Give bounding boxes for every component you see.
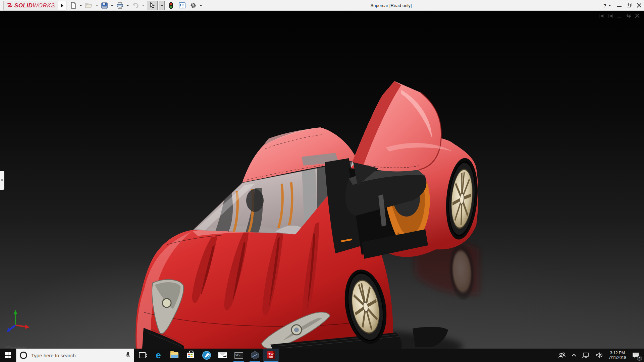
titlebar: SOLIDWORKS xyxy=(0,0,644,11)
display-pane-left-icon[interactable] xyxy=(599,13,604,18)
undo-button[interactable] xyxy=(131,1,140,10)
mail-icon xyxy=(218,352,227,358)
clock-date: 7/11/2018 xyxy=(609,355,627,360)
print-dropdown[interactable] xyxy=(126,5,129,6)
document-title: Supercar [Read-only] xyxy=(371,0,412,11)
chevron-up-icon xyxy=(572,354,576,357)
view-orientation-label: *Dimetric xyxy=(5,345,27,349)
rebuild-stoplight-icon xyxy=(169,2,173,9)
display-settings-button[interactable] xyxy=(178,1,186,10)
rebuild-button[interactable] xyxy=(168,1,174,10)
taskbar-clock[interactable]: 3:12 PM 7/11/2018 xyxy=(606,351,629,360)
help-button[interactable]: ? xyxy=(603,3,606,8)
store-button[interactable] xyxy=(182,349,199,362)
menu-flyout-button[interactable] xyxy=(58,1,66,10)
solidworks-app-icon: SW 2017 xyxy=(267,351,275,359)
search-input[interactable] xyxy=(31,352,122,359)
select-caret-icon xyxy=(161,5,163,6)
new-document-dropdown[interactable] xyxy=(79,5,82,6)
undo-dropdown[interactable] xyxy=(142,5,145,6)
solidworks-logo: SOLIDWORKS xyxy=(3,1,58,10)
open-document-button[interactable] xyxy=(85,1,93,10)
document-window-controls xyxy=(599,13,640,18)
dassault-3ds-logo-icon xyxy=(6,2,13,9)
car-body[interactable] xyxy=(136,81,481,349)
print-button[interactable] xyxy=(116,1,124,10)
undo-icon xyxy=(132,3,139,8)
edge-icon: e xyxy=(156,351,161,360)
solidworks-brand-text: SOLIDWORKS xyxy=(14,2,55,9)
select-tool-button[interactable] xyxy=(147,1,158,10)
solidworks-taskbar-button[interactable]: SW 2017 xyxy=(263,349,279,362)
hexagon-app-icon xyxy=(251,351,259,360)
save-button[interactable] xyxy=(101,1,108,10)
restore-button[interactable] xyxy=(627,3,632,8)
open-document-dropdown[interactable] xyxy=(96,5,98,6)
featuremanager-collapsed-tab[interactable] xyxy=(0,171,4,190)
open-document-icon xyxy=(85,2,93,8)
new-document-icon xyxy=(70,2,76,9)
tools-app-button[interactable] xyxy=(199,349,215,362)
start-button[interactable] xyxy=(0,349,16,362)
edge-button[interactable]: e xyxy=(150,349,166,362)
task-view-button[interactable] xyxy=(134,349,150,362)
hidden-icons-button[interactable] xyxy=(569,349,579,362)
hexagon-app-button[interactable] xyxy=(247,349,263,362)
select-cursor-icon xyxy=(150,2,155,8)
orientation-triad-icon xyxy=(4,308,31,335)
options-gear-icon xyxy=(190,2,197,9)
store-icon xyxy=(187,353,194,358)
people-button[interactable] xyxy=(555,349,569,362)
close-button[interactable] xyxy=(637,3,642,8)
supercar-model[interactable] xyxy=(0,11,644,349)
options-button[interactable] xyxy=(189,1,197,10)
mail-button[interactable] xyxy=(215,349,231,362)
document-restore-button[interactable] xyxy=(626,13,631,18)
taskbar-search[interactable] xyxy=(16,349,134,362)
notification-badge: 3 xyxy=(637,356,642,361)
display-pane-right-icon[interactable] xyxy=(608,13,613,18)
cortana-icon xyxy=(20,352,27,359)
ethernet-network-icon xyxy=(582,352,590,358)
quick-access-toolbar xyxy=(70,0,203,11)
people-icon xyxy=(558,352,566,358)
network-button[interactable] xyxy=(579,349,593,362)
taskbar: e C:\_ SW 2017 xyxy=(0,349,644,362)
command-prompt-button[interactable]: C:\_ xyxy=(231,349,247,362)
solidworks-window: { "titlebar": { "brand_bold": "SOLID", "… xyxy=(0,0,644,362)
document-close-button[interactable] xyxy=(635,13,640,18)
command-prompt-icon: C:\_ xyxy=(234,352,243,359)
file-explorer-button[interactable] xyxy=(166,349,182,362)
clock-time: 3:12 PM xyxy=(610,351,625,355)
flyout-arrow-icon xyxy=(61,4,63,8)
save-icon xyxy=(101,2,108,9)
new-document-button[interactable] xyxy=(70,1,77,10)
microphone-icon[interactable] xyxy=(126,352,130,359)
help-dropdown[interactable] xyxy=(608,5,611,6)
wrench-icon xyxy=(202,351,211,360)
print-icon xyxy=(116,2,123,9)
graphics-area[interactable]: *Dimetric xyxy=(0,11,644,349)
file-explorer-icon xyxy=(170,352,178,358)
speaker-icon xyxy=(596,352,603,358)
select-tool-dropdown[interactable] xyxy=(159,1,165,10)
task-view-icon xyxy=(139,352,146,358)
window-controls: ? xyxy=(603,0,642,11)
action-center-button[interactable]: 3 xyxy=(629,349,644,362)
taskbar-apps: e C:\_ SW 2017 xyxy=(134,349,279,362)
display-settings-icon xyxy=(179,2,185,8)
windows-logo-icon xyxy=(5,352,11,358)
system-tray: 3:12 PM 7/11/2018 3 xyxy=(555,349,644,362)
minimize-button[interactable] xyxy=(616,3,622,8)
save-dropdown[interactable] xyxy=(111,5,113,6)
options-dropdown[interactable] xyxy=(200,5,202,6)
volume-button[interactable] xyxy=(593,349,606,362)
document-minimize-button[interactable] xyxy=(617,13,622,18)
